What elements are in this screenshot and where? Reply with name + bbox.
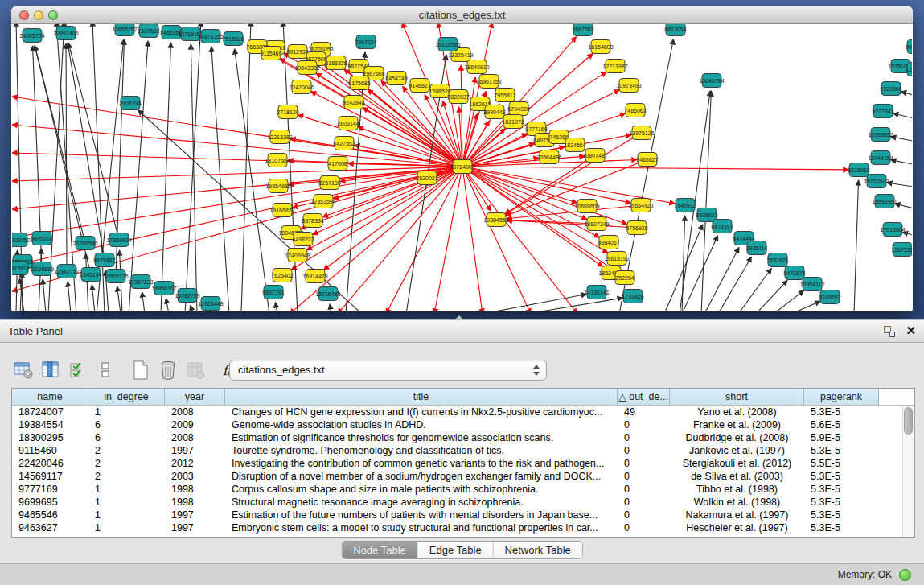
graph-node[interactable]: 15716485 xyxy=(315,287,340,301)
graph-node[interactable]: 9463627 xyxy=(636,153,658,167)
graph-node[interactable]: 18107554 xyxy=(265,154,290,167)
row-height-icon[interactable] xyxy=(93,359,117,381)
graph-node[interactable]: 12505135 xyxy=(103,270,128,283)
graph-node[interactable]: 10543382 xyxy=(294,61,319,75)
graph-node[interactable]: 7625402 xyxy=(271,269,293,282)
column-header-title[interactable]: title xyxy=(225,389,618,405)
delete-table-icon[interactable] xyxy=(156,359,180,381)
graph-node[interactable]: 9227343 xyxy=(872,105,893,118)
graph-node[interactable]: 15692951 xyxy=(872,195,897,208)
scrollbar-thumb[interactable] xyxy=(904,407,913,435)
graph-node[interactable]: 2905334 xyxy=(119,97,141,110)
graph-node[interactable]: 19615192 xyxy=(604,252,629,266)
table-row[interactable]: 977716911998Corpus callosum shape and si… xyxy=(12,483,902,496)
graph-node[interactable]: 12942757 xyxy=(54,265,79,278)
graph-node[interactable]: 8215953 xyxy=(848,163,869,177)
graph-node[interactable]: 1527602 xyxy=(138,24,159,38)
graph-node[interactable]: 9895018 xyxy=(31,232,52,245)
graph-node[interactable]: 19218586 xyxy=(435,38,460,51)
graph-node[interactable]: 12409948 xyxy=(285,249,310,262)
column-header-short[interactable]: short xyxy=(670,389,804,405)
graph-node[interactable]: 12353594 xyxy=(310,195,335,208)
graph-node[interactable]: 19654935 xyxy=(265,179,290,193)
graph-node[interactable]: 16961758 xyxy=(476,75,501,89)
graph-node[interactable]: 13975125 xyxy=(629,126,654,140)
graph-node[interactable]: 9884067 xyxy=(598,236,619,249)
graph-node[interactable]: 20206586 xyxy=(72,237,97,250)
table-row[interactable]: 911546021997Tourette syndrome. Phenomeno… xyxy=(12,444,902,457)
graph-node[interactable]: 1640932 xyxy=(674,199,696,212)
graph-node[interactable]: 26206050 xyxy=(12,233,31,247)
graph-node[interactable]: 252254 xyxy=(615,271,634,285)
network-svg[interactable]: 1872400725300218601218891295418226058982… xyxy=(12,24,912,311)
graph-node[interactable]: 10654112 xyxy=(800,278,825,291)
graph-node[interactable]: 6794028 xyxy=(507,102,529,116)
graph-node[interactable]: 24055724 xyxy=(19,29,44,43)
graph-node[interactable]: 9115460 xyxy=(261,47,282,60)
graph-node[interactable]: 9146821 xyxy=(409,79,430,93)
graph-node[interactable]: 20564486 xyxy=(536,150,561,164)
graph-node[interactable]: 8267130 xyxy=(318,176,340,190)
table-row[interactable]: 1938455462009Genome-wide association stu… xyxy=(12,418,902,431)
graph-node[interactable]: 10973493 xyxy=(616,79,641,93)
graph-node[interactable]: 2530021 xyxy=(416,171,437,185)
graph-node[interactable]: 18807249 xyxy=(584,217,609,231)
graph-node[interactable]: 19166827 xyxy=(269,204,294,217)
table-row[interactable]: 1830029562008Estimation of significance … xyxy=(12,431,902,444)
graph-node[interactable]: 14136141 xyxy=(584,286,609,299)
graph-node[interactable]: 12213383 xyxy=(267,130,292,144)
graph-node[interactable]: 8427552 xyxy=(333,137,355,150)
graph-node[interactable]: 417008 xyxy=(328,157,347,171)
graph-node[interactable]: 2718120 xyxy=(277,105,298,119)
graph-node[interactable]: 1545194 xyxy=(80,268,101,282)
graph-node[interactable]: 12923448 xyxy=(198,297,223,311)
show-columns-icon[interactable] xyxy=(39,359,63,381)
graph-node[interactable]: 20691406 xyxy=(53,27,78,40)
graph-node[interactable]: 19958107 xyxy=(151,282,176,295)
import-table-icon-disabled[interactable] xyxy=(183,359,207,381)
graph-node[interactable]: 7957224 xyxy=(355,35,376,49)
graph-node[interactable]: 14671355 xyxy=(198,30,223,43)
table-row[interactable]: 2242004622012Investigating the contribut… xyxy=(12,457,902,470)
graph-node[interactable]: 2935114 xyxy=(746,241,768,255)
graph-node[interactable]: 16782759 xyxy=(175,289,199,303)
graph-node[interactable]: 8454749 xyxy=(385,72,407,85)
graph-node[interactable]: 2687682 xyxy=(572,24,593,36)
graph-node[interactable]: 16648784 xyxy=(699,74,724,88)
graph-node[interactable]: 6879197 xyxy=(711,220,733,233)
column-header-out_de[interactable]: △ out_de... xyxy=(618,389,670,405)
graph-node[interactable]: 19384554 xyxy=(483,213,508,227)
graph-node[interactable]: 9857791 xyxy=(262,286,284,299)
graph-node[interactable]: 17016504 xyxy=(880,223,905,237)
graph-node[interactable]: 1621072 xyxy=(502,115,524,129)
graph-node[interactable]: 8471676 xyxy=(783,266,805,280)
column-header-year[interactable]: year xyxy=(165,389,225,405)
table-settings-icon[interactable] xyxy=(11,359,35,381)
graph-node[interactable]: 7632621 xyxy=(766,253,788,267)
graph-node[interactable]: 8878334 xyxy=(302,214,323,228)
graph-node[interactable]: 7955812 xyxy=(494,89,515,102)
graph-node[interactable]: 9242848 xyxy=(343,96,364,109)
table-row[interactable]: 1872400712008Changes of HCN gene express… xyxy=(12,406,902,418)
float-window-icon[interactable] xyxy=(884,326,895,337)
graph-node[interactable]: 7485063 xyxy=(624,104,646,117)
graph-node[interactable]: 12093832 xyxy=(868,128,893,142)
graph-node[interactable]: 1824554 xyxy=(564,138,585,152)
network-canvas[interactable]: 1872400725300218601218891295418226058982… xyxy=(12,24,912,311)
graph-node[interactable]: 3915911 xyxy=(12,262,29,275)
close-panel-icon[interactable]: ✕ xyxy=(906,323,916,338)
graph-node[interactable]: 18724007 xyxy=(450,160,474,174)
graph-node[interactable]: 16210643 xyxy=(864,175,889,188)
graph-node[interactable]: 9822037 xyxy=(447,90,469,104)
graph-node[interactable]: 19654923 xyxy=(628,199,653,212)
table-row[interactable]: 969969511998Structural magnetic resonanc… xyxy=(12,496,902,509)
tab-network-table[interactable]: Network Table xyxy=(494,542,582,558)
graph-node[interactable]: 10688609 xyxy=(574,200,599,213)
graph-node[interactable]: 9756928 xyxy=(626,221,647,235)
network-window-titlebar[interactable]: citations_edges.txt xyxy=(11,6,913,24)
memory-status-indicator[interactable] xyxy=(899,569,911,581)
graph-node[interactable]: 10807487 xyxy=(582,149,607,163)
select-all-rows-icon[interactable] xyxy=(66,359,90,381)
column-header-name[interactable]: name xyxy=(12,389,88,405)
graph-node[interactable]: 11156889 xyxy=(30,262,54,276)
